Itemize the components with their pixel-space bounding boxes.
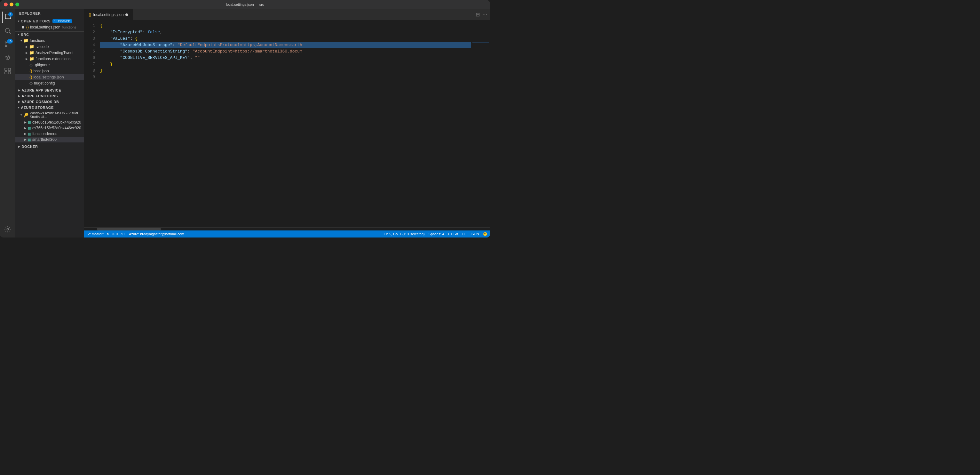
minimap [471, 20, 490, 227]
status-language[interactable]: JSON [470, 232, 479, 236]
status-spaces[interactable]: Spaces: 4 [429, 232, 444, 236]
file-icon: ◇ [29, 62, 33, 67]
svg-rect-7 [8, 68, 11, 70]
src-header[interactable]: ▾ SRC [15, 32, 84, 37]
svg-point-2 [5, 41, 7, 43]
tree-item-label: local.settings.json [33, 75, 64, 80]
tree-item-storage-3[interactable]: ▶ ▦ functiondemos [15, 131, 84, 137]
more-actions-icon[interactable]: ⋯ [482, 11, 487, 18]
json-icon: {} [29, 75, 32, 80]
code-line-3: "Values": { [100, 35, 471, 42]
src-label: SRC [21, 33, 29, 37]
status-bar: ⎇ master* ↻ ✕ 0 ⚠ 0 Azure: bradymgaster@… [84, 230, 490, 238]
tab-modified-dot [126, 13, 128, 16]
tree-item-nugetconfig[interactable]: ◇ nuget.config [15, 80, 84, 86]
section-label: AZURE APP SERVICE [22, 88, 61, 92]
code-editor[interactable]: 1 2 3 4 5 6 7 8 9 { "IsEncrypted": false… [84, 20, 490, 227]
split-editor-icon[interactable]: ⊟ [476, 11, 480, 18]
modified-dot [22, 26, 24, 29]
section-docker[interactable]: ▶ DOCKER [15, 144, 84, 150]
editor-tabs: {} local.settings.json ⊟ ⋯ [84, 9, 490, 20]
status-encoding[interactable]: UTF-8 [448, 232, 458, 236]
tree-item-functions[interactable]: ▾ 📁 functions [15, 37, 84, 43]
folder-icon: 📁 [29, 50, 34, 55]
table-icon: ▦ [28, 126, 31, 130]
tree-item-label: functions [30, 38, 45, 43]
storage-item-label: cs466c15fe52d0bx446cx920 [32, 120, 81, 124]
json-icon: {} [29, 69, 32, 73]
settings-activity-icon[interactable] [2, 223, 13, 235]
tab-actions: ⊟ ⋯ [473, 9, 490, 20]
code-line-9 [100, 74, 471, 80]
tab-json-icon: {} [89, 12, 91, 17]
open-editors-header[interactable]: ▾ OPEN EDITORS 1 UNSAVED [15, 18, 84, 24]
tree-item-gitignore[interactable]: ◇ .gitignore [15, 62, 84, 68]
line-numbers: 1 2 3 4 5 6 7 8 9 [84, 20, 97, 227]
key-icon: 🔑 [23, 113, 29, 118]
status-eol[interactable]: LF [462, 232, 466, 236]
open-editors-section: ▾ OPEN EDITORS 1 UNSAVED {} local.settin… [15, 18, 84, 32]
search-activity-icon[interactable] [2, 25, 13, 37]
svg-point-0 [5, 29, 10, 33]
code-line-7: } [100, 61, 471, 67]
code-line-1: { [100, 23, 471, 29]
scrollbar-thumb[interactable] [97, 228, 161, 230]
errors-label: ✕ 0 [112, 232, 118, 236]
table-icon: ▦ [28, 138, 31, 142]
section-azure-app-service[interactable]: ▶ AZURE APP SERVICE [15, 88, 84, 93]
tree-item-extensions[interactable]: ▶ 📁 functions-extensions [15, 56, 84, 62]
folder-icon: 📁 [29, 56, 34, 61]
svg-point-4 [5, 45, 7, 47]
status-smiley[interactable]: 🙂 [483, 232, 487, 236]
tree-item-hostjson[interactable]: {} host.json [15, 68, 84, 74]
status-sync[interactable]: ↻ [107, 232, 110, 236]
tree-item-label: AnalyzePendingTweet [35, 51, 73, 55]
tree-item-label: functions-extensions [35, 57, 70, 61]
status-errors[interactable]: ✕ 0 [112, 232, 118, 236]
storage-item-label: smarthotel360 [32, 137, 57, 142]
tab-local-settings[interactable]: {} local.settings.json [84, 9, 133, 20]
folder-icon: 📁 [29, 44, 34, 49]
status-branch[interactable]: ⎇ master* [87, 232, 104, 236]
code-line-4: "AzureWebJobsStorage": "DefaultEndpoints… [100, 42, 471, 48]
section-azure-cosmos-db[interactable]: ▶ AZURE COSMOS DB [15, 99, 84, 105]
tree-item-vscode[interactable]: ▶ 📁 .vscode [15, 43, 84, 49]
extensions-activity-icon[interactable] [2, 65, 13, 77]
tree-item-storage-1[interactable]: ▶ ▦ cs466c15fe52d0bx446cx920 [15, 120, 84, 125]
open-editors-chevron: ▾ [18, 19, 19, 23]
status-position[interactable]: Ln 5, Col 1 (191 selected) [385, 232, 425, 236]
section-azure-functions[interactable]: ▶ AZURE FUNCTIONS [15, 93, 84, 99]
status-warnings[interactable]: ⚠ 0 [120, 232, 126, 236]
branch-icon: ⎇ [87, 232, 91, 236]
branch-name: master* [92, 232, 104, 236]
file-icon: ◇ [29, 81, 33, 86]
horizontal-scrollbar[interactable] [84, 227, 490, 230]
tree-item-label: .vscode [35, 45, 49, 49]
debug-activity-icon[interactable] [2, 52, 13, 64]
section-azure-storage[interactable]: ▾ AZURE STORAGE [15, 105, 84, 110]
minimize-button[interactable] [10, 3, 13, 6]
open-editor-file[interactable]: {} local.settings.json functions [15, 24, 84, 30]
folder-icon: 📁 [23, 38, 29, 43]
storage-item-label: cs766c15fe52d0bx446cx920 [32, 126, 81, 130]
code-content[interactable]: { "IsEncrypted": false, "Values": { "Azu… [97, 20, 471, 227]
code-line-6: "COGNITIVE_SERVICES_API_KEY": "" [100, 55, 471, 61]
tree-item-localsettings[interactable]: {} local.settings.json [15, 74, 84, 80]
source-control-badge: 10 [7, 39, 13, 43]
explorer-activity-icon[interactable]: 1 [2, 11, 13, 23]
close-button[interactable] [4, 3, 8, 6]
position-label: Ln 5, Col 1 (191 selected) [385, 232, 425, 236]
tree-item-storage-4[interactable]: ▶ ▦ smarthotel360 [15, 137, 84, 142]
src-chevron: ▾ [18, 33, 19, 36]
tree-item-label: host.json [33, 69, 49, 73]
source-control-activity-icon[interactable]: 10 [2, 38, 13, 50]
maximize-button[interactable] [15, 3, 19, 6]
tree-item-subscription[interactable]: ▾ 🔑 Windows Azure MSDN - Visual Studio U… [15, 110, 84, 120]
unsaved-badge: 1 UNSAVED [52, 19, 72, 23]
sidebar: EXPLORER ▾ OPEN EDITORS 1 UNSAVED {} loc… [15, 9, 84, 238]
tree-item-storage-2[interactable]: ▶ ▦ cs766c15fe52d0bx446cx920 [15, 125, 84, 131]
warnings-label: ⚠ 0 [120, 232, 126, 236]
tree-item-analyze[interactable]: ▶ 📁 AnalyzePendingTweet [15, 49, 84, 56]
titlebar: local.settings.json — src [0, 0, 490, 9]
status-azure[interactable]: Azure: bradymgaster@hotmail.com [129, 232, 184, 236]
